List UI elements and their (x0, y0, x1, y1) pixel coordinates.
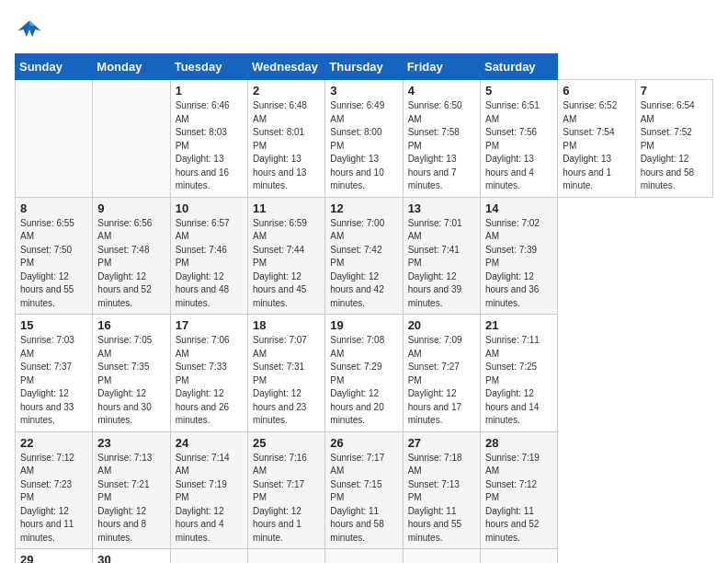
logo-icon (15, 15, 44, 44)
day-info: Sunrise: 7:05 AM Sunset: 7:35 PM Dayligh… (97, 334, 165, 428)
calendar-cell: 6 Sunrise: 6:52 AM Sunset: 7:54 PM Dayli… (558, 80, 635, 198)
calendar-cell: 10 Sunrise: 6:57 AM Sunset: 7:46 PM Dayl… (170, 197, 247, 315)
day-number: 6 (563, 84, 630, 98)
calendar-cell (16, 80, 93, 198)
calendar-cell: 8 Sunrise: 6:55 AM Sunset: 7:50 PM Dayli… (16, 197, 93, 315)
day-info: Sunrise: 6:56 AM Sunset: 7:48 PM Dayligh… (97, 217, 165, 311)
calendar-cell: 18 Sunrise: 7:07 AM Sunset: 7:31 PM Dayl… (247, 315, 324, 432)
day-number: 22 (20, 436, 87, 450)
day-number: 12 (330, 201, 397, 215)
day-info: Sunrise: 6:59 AM Sunset: 7:44 PM Dayligh… (253, 217, 320, 311)
calendar-cell: 11 Sunrise: 6:59 AM Sunset: 7:44 PM Dayl… (247, 197, 324, 315)
day-info: Sunrise: 6:57 AM Sunset: 7:46 PM Dayligh… (176, 217, 243, 311)
weekday-header: Wednesday (247, 54, 324, 80)
day-info: Sunrise: 7:14 AM Sunset: 7:19 PM Dayligh… (176, 452, 243, 546)
calendar-cell: 30 Sunrise: 7:22 AM Sunset: 7:08 PM Dayl… (93, 549, 170, 564)
weekday-header: Sunday (16, 54, 93, 80)
calendar-row: 15 Sunrise: 7:03 AM Sunset: 7:37 PM Dayl… (16, 315, 713, 432)
calendar-header: SundayMondayTuesdayWednesdayThursdayFrid… (16, 54, 713, 80)
day-info: Sunrise: 6:50 AM Sunset: 7:58 PM Dayligh… (408, 99, 475, 193)
day-info: Sunrise: 6:54 AM Sunset: 7:52 PM Dayligh… (641, 99, 708, 193)
calendar-cell: 19 Sunrise: 7:08 AM Sunset: 7:29 PM Dayl… (325, 315, 403, 432)
calendar-cell (247, 549, 324, 564)
day-info: Sunrise: 7:09 AM Sunset: 7:27 PM Dayligh… (408, 334, 475, 428)
calendar-cell: 22 Sunrise: 7:12 AM Sunset: 7:23 PM Dayl… (16, 431, 93, 549)
day-number: 11 (253, 201, 320, 215)
day-info: Sunrise: 7:07 AM Sunset: 7:31 PM Dayligh… (253, 334, 320, 428)
calendar-cell (480, 549, 557, 564)
calendar-cell: 26 Sunrise: 7:17 AM Sunset: 7:15 PM Dayl… (325, 431, 403, 549)
day-info: Sunrise: 7:17 AM Sunset: 7:15 PM Dayligh… (330, 452, 397, 546)
calendar-cell: 12 Sunrise: 7:00 AM Sunset: 7:42 PM Dayl… (325, 197, 403, 315)
day-number: 25 (253, 436, 320, 450)
calendar-row: 8 Sunrise: 6:55 AM Sunset: 7:50 PM Dayli… (16, 197, 713, 315)
calendar-cell: 27 Sunrise: 7:18 AM Sunset: 7:13 PM Dayl… (403, 431, 480, 549)
day-number: 30 (97, 553, 165, 563)
calendar-cell: 16 Sunrise: 7:05 AM Sunset: 7:35 PM Dayl… (93, 315, 170, 432)
day-info: Sunrise: 7:02 AM Sunset: 7:39 PM Dayligh… (485, 217, 552, 311)
logo (15, 15, 48, 44)
day-number: 15 (20, 318, 87, 332)
calendar-cell: 17 Sunrise: 7:06 AM Sunset: 7:33 PM Dayl… (170, 315, 247, 432)
day-info: Sunrise: 7:08 AM Sunset: 7:29 PM Dayligh… (330, 334, 397, 428)
day-info: Sunrise: 7:03 AM Sunset: 7:37 PM Dayligh… (20, 334, 87, 428)
day-number: 21 (485, 318, 552, 332)
calendar-row: 29 Sunrise: 7:21 AM Sunset: 7:10 PM Dayl… (16, 549, 713, 564)
day-info: Sunrise: 6:48 AM Sunset: 8:01 PM Dayligh… (253, 99, 320, 193)
calendar-cell: 29 Sunrise: 7:21 AM Sunset: 7:10 PM Dayl… (16, 549, 93, 564)
calendar-cell: 9 Sunrise: 6:56 AM Sunset: 7:48 PM Dayli… (93, 197, 170, 315)
calendar-cell (170, 549, 247, 564)
day-number: 18 (253, 318, 320, 332)
calendar-cell (325, 549, 403, 564)
weekday-header: Saturday (480, 54, 557, 80)
day-number: 16 (97, 318, 165, 332)
day-number: 1 (176, 84, 243, 98)
day-info: Sunrise: 6:52 AM Sunset: 7:54 PM Dayligh… (563, 99, 630, 193)
calendar-cell: 24 Sunrise: 7:14 AM Sunset: 7:19 PM Dayl… (170, 431, 247, 549)
day-number: 14 (485, 201, 552, 215)
day-number: 9 (97, 201, 165, 215)
calendar-cell: 5 Sunrise: 6:51 AM Sunset: 7:56 PM Dayli… (480, 80, 557, 198)
calendar-cell: 2 Sunrise: 6:48 AM Sunset: 8:01 PM Dayli… (247, 80, 324, 198)
day-info: Sunrise: 7:00 AM Sunset: 7:42 PM Dayligh… (330, 217, 397, 311)
day-number: 13 (408, 201, 475, 215)
day-number: 26 (330, 436, 397, 450)
day-number: 23 (97, 436, 165, 450)
day-number: 29 (20, 553, 87, 563)
day-number: 8 (20, 201, 87, 215)
day-number: 17 (176, 318, 243, 332)
weekday-header: Friday (403, 54, 480, 80)
day-info: Sunrise: 7:19 AM Sunset: 7:12 PM Dayligh… (485, 452, 552, 546)
calendar-row: 22 Sunrise: 7:12 AM Sunset: 7:23 PM Dayl… (16, 431, 713, 549)
weekday-header: Thursday (325, 54, 403, 80)
calendar-cell: 7 Sunrise: 6:54 AM Sunset: 7:52 PM Dayli… (635, 80, 712, 198)
calendar-cell: 3 Sunrise: 6:49 AM Sunset: 8:00 PM Dayli… (325, 80, 403, 198)
day-info: Sunrise: 7:06 AM Sunset: 7:33 PM Dayligh… (176, 334, 243, 428)
calendar-cell: 1 Sunrise: 6:46 AM Sunset: 8:03 PM Dayli… (170, 80, 247, 198)
day-number: 10 (176, 201, 243, 215)
page-header (15, 15, 713, 44)
calendar-cell: 25 Sunrise: 7:16 AM Sunset: 7:17 PM Dayl… (247, 431, 324, 549)
weekday-header: Tuesday (170, 54, 247, 80)
day-number: 7 (641, 84, 708, 98)
calendar-table: SundayMondayTuesdayWednesdayThursdayFrid… (15, 53, 713, 563)
day-info: Sunrise: 7:16 AM Sunset: 7:17 PM Dayligh… (253, 452, 320, 546)
calendar-row: 1 Sunrise: 6:46 AM Sunset: 8:03 PM Dayli… (16, 80, 713, 198)
day-number: 19 (330, 318, 397, 332)
calendar-cell: 13 Sunrise: 7:01 AM Sunset: 7:41 PM Dayl… (403, 197, 480, 315)
day-info: Sunrise: 7:01 AM Sunset: 7:41 PM Dayligh… (408, 217, 475, 311)
weekday-header: Monday (93, 54, 170, 80)
day-number: 5 (485, 84, 552, 98)
day-info: Sunrise: 6:49 AM Sunset: 8:00 PM Dayligh… (330, 99, 397, 193)
day-number: 27 (408, 436, 475, 450)
day-number: 20 (408, 318, 475, 332)
calendar-cell: 15 Sunrise: 7:03 AM Sunset: 7:37 PM Dayl… (16, 315, 93, 432)
calendar-cell: 4 Sunrise: 6:50 AM Sunset: 7:58 PM Dayli… (403, 80, 480, 198)
day-number: 24 (176, 436, 243, 450)
day-info: Sunrise: 7:18 AM Sunset: 7:13 PM Dayligh… (408, 452, 475, 546)
day-info: Sunrise: 7:13 AM Sunset: 7:21 PM Dayligh… (97, 452, 165, 546)
calendar-cell: 21 Sunrise: 7:11 AM Sunset: 7:25 PM Dayl… (480, 315, 557, 432)
calendar-cell (403, 549, 480, 564)
day-number: 4 (408, 84, 475, 98)
day-info: Sunrise: 6:46 AM Sunset: 8:03 PM Dayligh… (176, 99, 243, 193)
